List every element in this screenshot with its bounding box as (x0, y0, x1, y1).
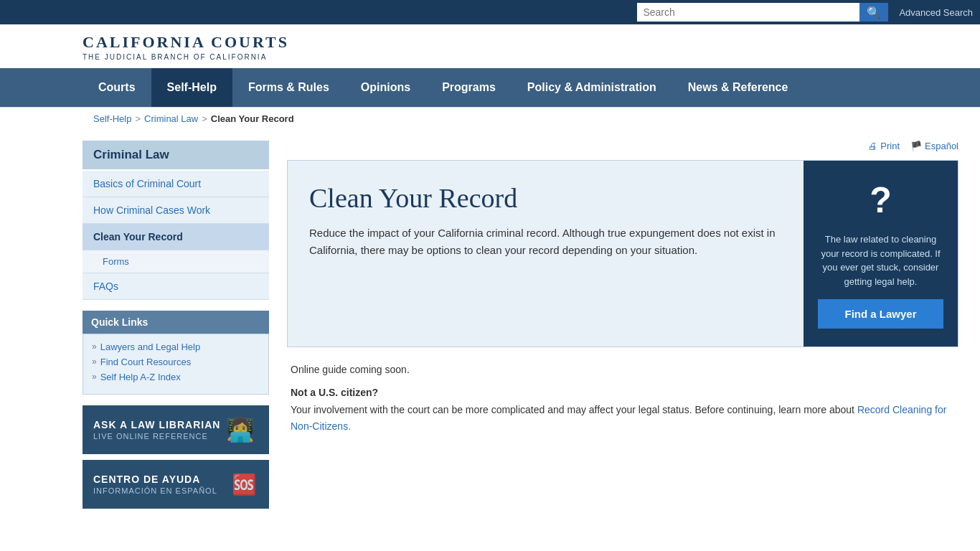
breadcrumb-link[interactable]: Self-Help (93, 113, 131, 124)
quick-link[interactable]: Self Help A-Z Index (100, 372, 181, 382)
search-input[interactable] (637, 3, 859, 22)
sidebar-link-basics[interactable]: Basics of Criminal Court (83, 171, 269, 197)
law-librarian-banner[interactable]: ASK A LAW LIBRARIAN LIVE ONLINE REFERENC… (83, 405, 269, 454)
sidebar-link-forms[interactable]: Forms (83, 250, 269, 273)
nav-item-programs[interactable]: Programs (426, 68, 512, 107)
online-guide-text: Online guide coming soon. (291, 362, 955, 379)
hero-help-text: The law related to cleaning your record … (818, 232, 943, 288)
question-icon: ? (859, 179, 903, 222)
law-librarian-icon: 👩‍💻 (219, 405, 262, 454)
hero-title: Clean Your Record (309, 182, 782, 214)
quick-link-item: »Lawyers and Legal Help (92, 342, 260, 352)
hero-left: Clean Your Record Reduce the impact of y… (288, 161, 804, 347)
sidebar-link-clean-record[interactable]: Clean Your Record (83, 224, 269, 250)
find-lawyer-button[interactable]: Find a Lawyer (818, 299, 943, 329)
content-wrapper: Criminal Law Basics of Criminal CourtHow… (0, 130, 980, 519)
hero-box: Clean Your Record Reduce the impact of y… (287, 160, 958, 347)
quick-links-title: Quick Links (83, 311, 269, 334)
nav-item-opinions[interactable]: Opinions (345, 68, 426, 107)
logo-subtitle: THE JUDICIAL BRANCH OF CALIFORNIA (83, 53, 966, 61)
breadcrumb-separator: > (135, 113, 141, 124)
hero-text: Reduce the impact of your California cri… (309, 225, 782, 259)
sidebar-link-how-cases[interactable]: How Criminal Cases Work (83, 197, 269, 224)
breadcrumb-current: Clean Your Record (211, 113, 294, 124)
nav-item-forms-rules[interactable]: Forms & Rules (232, 68, 345, 107)
main-nav: CourtsSelf-HelpForms & RulesOpinionsProg… (0, 68, 980, 107)
bullet-icon: » (92, 357, 97, 367)
top-search-bar: 🔍 Advanced Search (0, 0, 980, 24)
quick-links: Quick Links »Lawyers and Legal Help»Find… (83, 311, 269, 395)
nav-item-self-help[interactable]: Self-Help (151, 68, 232, 107)
search-button[interactable]: 🔍 (859, 3, 888, 22)
nav-item-courts[interactable]: Courts (83, 68, 151, 107)
centro-banner[interactable]: CENTRO DE AYUDA INFORMACIÓN EN ESPAÑOL 🆘 (83, 460, 269, 509)
bullet-icon: » (92, 372, 97, 382)
below-content: Online guide coming soon. Not a U.S. cit… (287, 362, 958, 435)
hero-right-panel: ? The law related to cleaning your recor… (804, 161, 958, 347)
quick-links-body: »Lawyers and Legal Help»Find Court Resou… (83, 334, 269, 395)
bullet-icon: » (92, 342, 97, 352)
top-links: 🖨 Print 🏴 Español (287, 141, 958, 151)
citizenship-bold: Not a U.S. citizen? (291, 387, 378, 398)
logo-area: CALIFORNIA COURTS THE JUDICIAL BRANCH OF… (0, 24, 980, 68)
sidebar-links: Basics of Criminal CourtHow Criminal Cas… (83, 171, 269, 300)
quick-link-item: »Find Court Resources (92, 357, 260, 367)
breadcrumb-link[interactable]: Criminal Law (144, 113, 198, 124)
nav-item-news-reference[interactable]: News & Reference (672, 68, 804, 107)
citizenship-text: Your involvement with the court can be m… (291, 404, 854, 415)
quick-link-item: »Self Help A-Z Index (92, 372, 260, 382)
sidebar-link-faqs[interactable]: FAQs (83, 273, 269, 300)
main-content: 🖨 Print 🏴 Español Clean Your Record Redu… (269, 130, 973, 519)
centro-icon: 🆘 (226, 460, 262, 509)
search-icon: 🔍 (867, 6, 881, 19)
quick-link[interactable]: Lawyers and Legal Help (100, 342, 200, 352)
print-link[interactable]: 🖨 Print (868, 141, 900, 151)
breadcrumb: Self-Help>Criminal Law>Clean Your Record (0, 107, 980, 130)
quick-link[interactable]: Find Court Resources (100, 357, 191, 367)
sidebar: Criminal Law Basics of Criminal CourtHow… (83, 130, 269, 519)
advanced-search-link[interactable]: Advanced Search (899, 7, 973, 18)
espanol-link[interactable]: 🏴 Español (910, 141, 958, 151)
search-form: 🔍 (637, 3, 888, 22)
logo-title: CALIFORNIA COURTS (83, 33, 966, 52)
print-icon: 🖨 (868, 141, 877, 151)
sidebar-title: Criminal Law (83, 141, 269, 169)
breadcrumb-separator: > (202, 113, 207, 124)
citizenship-section: Not a U.S. citizen? Your involvement wit… (291, 385, 955, 435)
flag-icon: 🏴 (910, 141, 922, 151)
nav-item-policy-admin[interactable]: Policy & Administration (512, 68, 672, 107)
